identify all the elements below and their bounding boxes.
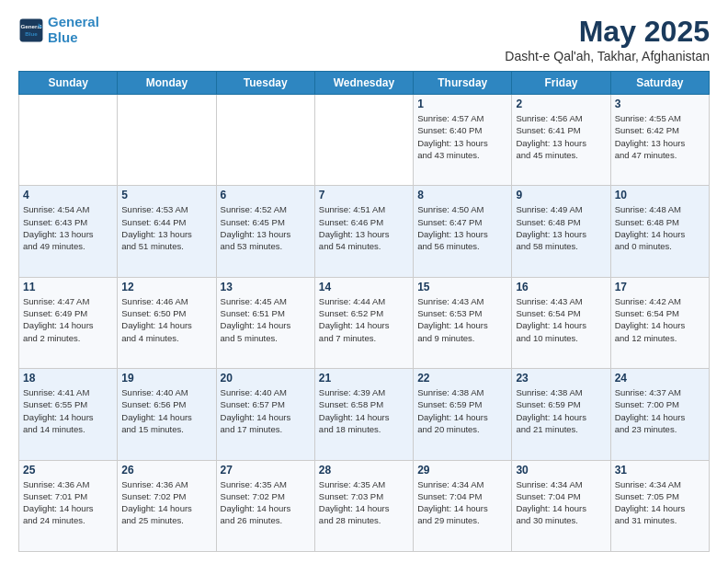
day-number: 17 [615, 281, 705, 293]
day-number: 29 [417, 464, 507, 477]
day-detail: Sunrise: 4:55 AM Sunset: 6:42 PM Dayligh… [615, 112, 705, 161]
day-detail: Sunrise: 4:42 AM Sunset: 6:54 PM Dayligh… [615, 295, 705, 344]
calendar-cell-0 [19, 95, 118, 186]
day-number: 2 [516, 98, 606, 110]
day-number: 19 [121, 372, 211, 385]
calendar-cell-17: 14Sunrise: 4:44 AM Sunset: 6:52 PM Dayli… [314, 277, 413, 368]
day-number: 4 [23, 189, 113, 201]
calendar-cell-15: 12Sunrise: 4:46 AM Sunset: 6:50 PM Dayli… [118, 277, 216, 368]
calendar-cell-10: 7Sunrise: 4:51 AM Sunset: 6:46 PM Daylig… [314, 186, 413, 277]
day-number: 31 [615, 464, 705, 477]
logo-text: General Blue [48, 15, 99, 45]
day-detail: Sunrise: 4:37 AM Sunset: 7:00 PM Dayligh… [615, 386, 705, 435]
day-number: 3 [615, 98, 705, 110]
calendar-cell-7: 4Sunrise: 4:54 AM Sunset: 6:43 PM Daylig… [19, 186, 118, 277]
calendar-cell-29: 26Sunrise: 4:36 AM Sunset: 7:02 PM Dayli… [118, 460, 216, 551]
day-number: 30 [516, 464, 606, 477]
calendar-cell-18: 15Sunrise: 4:43 AM Sunset: 6:53 PM Dayli… [414, 277, 512, 368]
header-tuesday: Tuesday [216, 72, 314, 95]
day-number: 27 [221, 464, 311, 477]
calendar-cell-9: 6Sunrise: 4:52 AM Sunset: 6:45 PM Daylig… [216, 186, 314, 277]
day-number: 24 [615, 372, 705, 385]
day-number: 12 [121, 281, 211, 293]
day-detail: Sunrise: 4:34 AM Sunset: 7:04 PM Dayligh… [516, 478, 606, 527]
calendar-cell-31: 28Sunrise: 4:35 AM Sunset: 7:03 PM Dayli… [314, 460, 413, 551]
calendar-cell-8: 5Sunrise: 4:53 AM Sunset: 6:44 PM Daylig… [118, 186, 216, 277]
header-thursday: Thursday [414, 72, 512, 95]
calendar-cell-16: 13Sunrise: 4:45 AM Sunset: 6:51 PM Dayli… [216, 277, 314, 368]
day-detail: Sunrise: 4:53 AM Sunset: 6:44 PM Dayligh… [121, 203, 211, 252]
calendar-cell-23: 20Sunrise: 4:40 AM Sunset: 6:57 PM Dayli… [216, 369, 314, 460]
day-detail: Sunrise: 4:35 AM Sunset: 7:02 PM Dayligh… [221, 478, 311, 527]
calendar-cell-30: 27Sunrise: 4:35 AM Sunset: 7:02 PM Dayli… [216, 460, 314, 551]
day-number: 15 [417, 281, 507, 293]
calendar-cell-26: 23Sunrise: 4:38 AM Sunset: 6:59 PM Dayli… [512, 369, 610, 460]
calendar-cell-14: 11Sunrise: 4:47 AM Sunset: 6:49 PM Dayli… [19, 277, 118, 368]
day-number: 8 [417, 189, 507, 201]
day-detail: Sunrise: 4:48 AM Sunset: 6:48 PM Dayligh… [615, 203, 705, 252]
day-detail: Sunrise: 4:46 AM Sunset: 6:50 PM Dayligh… [121, 295, 211, 344]
day-detail: Sunrise: 4:40 AM Sunset: 6:56 PM Dayligh… [121, 386, 211, 435]
day-detail: Sunrise: 4:36 AM Sunset: 7:01 PM Dayligh… [23, 478, 113, 527]
main-title: May 2025 [505, 15, 710, 49]
day-detail: Sunrise: 4:49 AM Sunset: 6:48 PM Dayligh… [516, 203, 606, 252]
day-detail: Sunrise: 4:52 AM Sunset: 6:45 PM Dayligh… [221, 203, 311, 252]
calendar-cell-3 [314, 95, 413, 186]
day-detail: Sunrise: 4:38 AM Sunset: 6:59 PM Dayligh… [516, 386, 606, 435]
calendar-cell-12: 9Sunrise: 4:49 AM Sunset: 6:48 PM Daylig… [512, 186, 610, 277]
calendar-week-5: 25Sunrise: 4:36 AM Sunset: 7:01 PM Dayli… [19, 460, 710, 551]
header-wednesday: Wednesday [314, 72, 413, 95]
calendar-cell-33: 30Sunrise: 4:34 AM Sunset: 7:04 PM Dayli… [512, 460, 610, 551]
day-number: 28 [319, 464, 409, 477]
day-number: 11 [23, 281, 113, 293]
day-detail: Sunrise: 4:50 AM Sunset: 6:47 PM Dayligh… [417, 203, 507, 252]
logo-line1: General [48, 14, 99, 29]
day-number: 23 [516, 372, 606, 385]
day-detail: Sunrise: 4:34 AM Sunset: 7:05 PM Dayligh… [615, 478, 705, 527]
calendar-cell-21: 18Sunrise: 4:41 AM Sunset: 6:55 PM Dayli… [19, 369, 118, 460]
header-monday: Monday [118, 72, 216, 95]
day-detail: Sunrise: 4:44 AM Sunset: 6:52 PM Dayligh… [319, 295, 409, 344]
logo-icon: General Blue [18, 17, 44, 43]
calendar-cell-28: 25Sunrise: 4:36 AM Sunset: 7:01 PM Dayli… [19, 460, 118, 551]
calendar-cell-25: 22Sunrise: 4:38 AM Sunset: 6:59 PM Dayli… [414, 369, 512, 460]
header-saturday: Saturday [610, 72, 709, 95]
day-detail: Sunrise: 4:43 AM Sunset: 6:53 PM Dayligh… [417, 295, 507, 344]
header: General Blue General Blue May 2025 Dasht… [18, 15, 710, 63]
header-friday: Friday [512, 72, 610, 95]
day-number: 18 [23, 372, 113, 385]
day-number: 16 [516, 281, 606, 293]
day-detail: Sunrise: 4:34 AM Sunset: 7:04 PM Dayligh… [417, 478, 507, 527]
calendar-cell-20: 17Sunrise: 4:42 AM Sunset: 6:54 PM Dayli… [610, 277, 709, 368]
calendar-cell-19: 16Sunrise: 4:43 AM Sunset: 6:54 PM Dayli… [512, 277, 610, 368]
svg-text:Blue: Blue [25, 30, 38, 37]
day-number: 25 [23, 464, 113, 477]
day-number: 13 [221, 281, 311, 293]
calendar-table: SundayMondayTuesdayWednesdayThursdayFrid… [18, 71, 710, 552]
day-detail: Sunrise: 4:35 AM Sunset: 7:03 PM Dayligh… [319, 478, 409, 527]
calendar-cell-34: 31Sunrise: 4:34 AM Sunset: 7:05 PM Dayli… [610, 460, 709, 551]
calendar-cell-2 [216, 95, 314, 186]
calendar-cell-6: 3Sunrise: 4:55 AM Sunset: 6:42 PM Daylig… [610, 95, 709, 186]
subtitle: Dasht-e Qal'ah, Takhar, Afghanistan [505, 49, 710, 63]
day-detail: Sunrise: 4:43 AM Sunset: 6:54 PM Dayligh… [516, 295, 606, 344]
calendar-cell-4: 1Sunrise: 4:57 AM Sunset: 6:40 PM Daylig… [414, 95, 512, 186]
calendar-cell-5: 2Sunrise: 4:56 AM Sunset: 6:41 PM Daylig… [512, 95, 610, 186]
header-sunday: Sunday [19, 72, 118, 95]
day-detail: Sunrise: 4:57 AM Sunset: 6:40 PM Dayligh… [417, 112, 507, 161]
calendar-cell-27: 24Sunrise: 4:37 AM Sunset: 7:00 PM Dayli… [610, 369, 709, 460]
day-number: 26 [121, 464, 211, 477]
day-number: 7 [319, 189, 409, 201]
calendar-cell-13: 10Sunrise: 4:48 AM Sunset: 6:48 PM Dayli… [610, 186, 709, 277]
calendar-cell-22: 19Sunrise: 4:40 AM Sunset: 6:56 PM Dayli… [118, 369, 216, 460]
calendar-cell-1 [118, 95, 216, 186]
calendar-cell-24: 21Sunrise: 4:39 AM Sunset: 6:58 PM Dayli… [314, 369, 413, 460]
day-detail: Sunrise: 4:41 AM Sunset: 6:55 PM Dayligh… [23, 386, 113, 435]
calendar-week-2: 4Sunrise: 4:54 AM Sunset: 6:43 PM Daylig… [19, 186, 710, 277]
day-detail: Sunrise: 4:36 AM Sunset: 7:02 PM Dayligh… [121, 478, 211, 527]
calendar-week-4: 18Sunrise: 4:41 AM Sunset: 6:55 PM Dayli… [19, 369, 710, 460]
day-detail: Sunrise: 4:40 AM Sunset: 6:57 PM Dayligh… [221, 386, 311, 435]
day-detail: Sunrise: 4:45 AM Sunset: 6:51 PM Dayligh… [221, 295, 311, 344]
day-detail: Sunrise: 4:56 AM Sunset: 6:41 PM Dayligh… [516, 112, 606, 161]
calendar-cell-11: 8Sunrise: 4:50 AM Sunset: 6:47 PM Daylig… [414, 186, 512, 277]
